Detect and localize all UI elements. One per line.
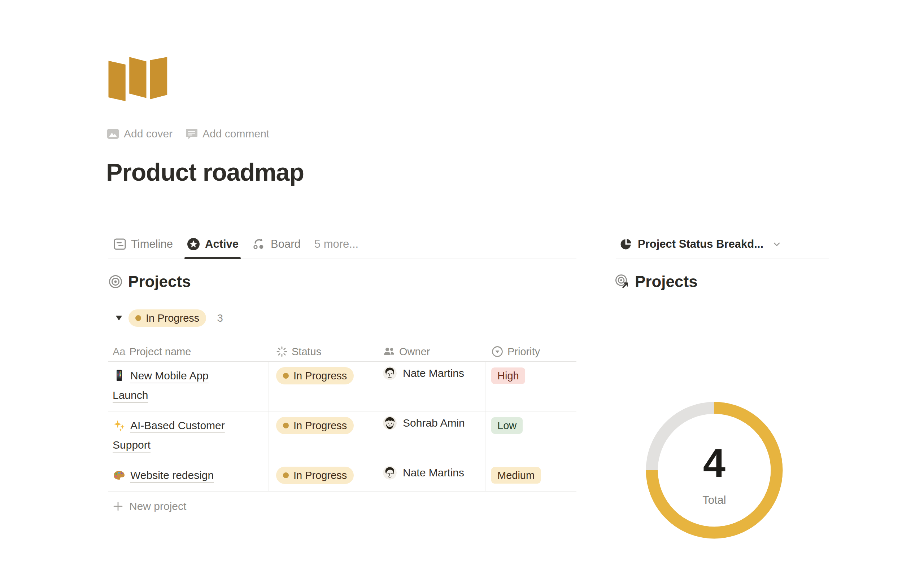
pie-chart-icon [619, 238, 632, 251]
target-icon [108, 274, 123, 289]
cell-status: In Progress [269, 362, 377, 411]
column-header-owner[interactable]: Owner [377, 345, 485, 358]
plus-icon [113, 501, 123, 512]
group-toggle[interactable] [115, 315, 123, 321]
group-status-pill[interactable]: In Progress [129, 309, 206, 327]
tab-active[interactable]: Active [181, 230, 244, 259]
triangle-down-icon [115, 315, 122, 321]
people-icon [383, 345, 395, 358]
comment-icon [186, 128, 198, 140]
page-icon-map[interactable] [108, 57, 172, 104]
owner-chip[interactable]: Nate Martins [383, 366, 485, 380]
page-actions: Add cover Add comment [107, 126, 269, 141]
owner-chip[interactable]: Sohrab Amin [383, 416, 485, 430]
view-selector-label: Project Status Breakd... [638, 238, 763, 251]
table-row: AI-Based Customer Support In Progress So… [108, 411, 577, 461]
chevron-down-icon [772, 239, 782, 249]
group-header-in-progress: In Progress 3 [115, 309, 223, 327]
view-selector[interactable]: Project Status Breakd... [616, 238, 785, 251]
priority-pill-high[interactable]: High [491, 367, 525, 384]
sparkles-icon [113, 419, 126, 432]
add-cover-label: Add cover [124, 128, 173, 140]
project-link[interactable]: New Mobile App Launch [113, 370, 208, 401]
star-circle-icon [187, 237, 200, 251]
target-arrow-icon [614, 274, 630, 290]
project-name-text: Website redesign [130, 469, 214, 481]
page-title[interactable]: Product roadmap [106, 158, 304, 186]
view-tabbar: Timeline Active Board 5 more... [108, 230, 577, 259]
project-name-text: AI-Based Customer Support [113, 419, 225, 451]
tab-timeline-label: Timeline [131, 238, 173, 251]
linked-projects-heading-label: Projects [635, 272, 698, 291]
avatar [383, 366, 397, 380]
new-project-button[interactable]: New project [108, 492, 577, 521]
mobile-phone-icon [113, 369, 126, 382]
cell-priority: Low [485, 411, 577, 461]
table-row: New Mobile App Launch In Progress Nate M… [108, 362, 577, 411]
cell-priority: High [485, 362, 577, 411]
tab-board[interactable]: Board [247, 230, 306, 259]
chart-view-tabbar: Project Status Breakd... [616, 230, 829, 259]
cell-owner: Nate Martins [377, 362, 485, 411]
map-icon [108, 57, 172, 102]
tab-more[interactable]: 5 more... [309, 230, 363, 259]
status-pill[interactable]: In Progress [276, 367, 354, 384]
select-property-icon [491, 345, 504, 358]
owner-name: Nate Martins [403, 467, 464, 479]
donut-svg [634, 390, 795, 550]
column-header-priority[interactable]: Priority [485, 345, 577, 358]
priority-pill-medium[interactable]: Medium [491, 467, 541, 484]
text-property-icon: Aa [113, 346, 125, 358]
column-header-status-label: Status [292, 346, 321, 358]
status-dot [283, 423, 289, 429]
project-name-text: New Mobile App Launch [113, 370, 208, 401]
new-project-label: New project [129, 500, 186, 513]
add-cover-button[interactable]: Add cover [107, 128, 173, 140]
cell-owner: Sohrab Amin [377, 411, 485, 461]
status-dot [135, 315, 141, 321]
status-pill[interactable]: In Progress [276, 467, 354, 484]
project-link[interactable]: Website redesign [113, 469, 214, 481]
priority-pill-low[interactable]: Low [491, 417, 523, 434]
status-label: In Progress [294, 370, 347, 382]
project-link[interactable]: AI-Based Customer Support [113, 419, 225, 451]
column-header-name-label: Project name [129, 346, 191, 358]
status-spinner-icon [276, 346, 288, 357]
owner-name: Nate Martins [403, 367, 464, 379]
palette-icon [113, 469, 126, 482]
group-count: 3 [217, 312, 223, 324]
projects-table: Aa Project name Status Owner [108, 342, 577, 521]
board-icon [252, 237, 266, 251]
linked-projects-heading[interactable]: Projects [614, 271, 698, 293]
tab-active-label: Active [205, 238, 239, 251]
tab-board-label: Board [271, 238, 300, 251]
tab-more-label: 5 more... [314, 238, 359, 251]
column-header-owner-label: Owner [399, 346, 430, 358]
cell-project-name: AI-Based Customer Support [108, 411, 269, 461]
status-pill[interactable]: In Progress [276, 417, 354, 434]
group-status-label: In Progress [146, 312, 199, 324]
avatar [383, 416, 397, 430]
cell-project-name: New Mobile App Launch [108, 362, 269, 411]
cell-owner: Nate Martins [377, 461, 485, 491]
add-comment-label: Add comment [202, 128, 269, 140]
column-header-priority-label: Priority [507, 346, 540, 358]
tab-timeline[interactable]: Timeline [108, 230, 178, 259]
status-dot [283, 472, 289, 478]
column-header-project-name[interactable]: Aa Project name [108, 346, 269, 358]
projects-section-heading: Projects [108, 271, 191, 293]
status-donut-chart [634, 390, 795, 550]
cell-priority: Medium [485, 461, 577, 491]
table-header-row: Aa Project name Status Owner [108, 342, 577, 362]
status-label: In Progress [294, 420, 347, 432]
cell-status: In Progress [269, 411, 377, 461]
image-icon [107, 128, 119, 140]
table-row: Website redesign In Progress Nate Martin… [108, 461, 577, 492]
cell-status: In Progress [269, 461, 377, 491]
projects-heading-label: Projects [128, 272, 191, 291]
column-header-status[interactable]: Status [269, 346, 377, 358]
owner-chip[interactable]: Nate Martins [383, 466, 485, 480]
avatar [383, 466, 397, 480]
status-label: In Progress [294, 469, 347, 482]
add-comment-button[interactable]: Add comment [186, 128, 269, 140]
